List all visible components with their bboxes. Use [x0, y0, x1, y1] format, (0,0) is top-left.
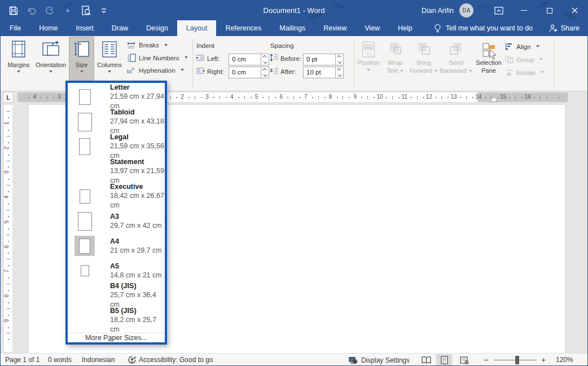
paper-size-icon	[74, 189, 95, 204]
tab-home[interactable]: Home	[30, 20, 67, 36]
zoom-slider[interactable]	[494, 360, 537, 360]
tab-stop-selector[interactable]: L	[3, 92, 14, 103]
tell-me-box[interactable]: Tell me what you want to do	[434, 20, 533, 36]
margins-button[interactable]: Margins	[5, 37, 32, 89]
ribbon-tab-row: FileHomeInsertDrawDesignLayoutReferences…	[1, 20, 587, 36]
breaks-icon	[127, 41, 136, 49]
spacing-after-spinner[interactable]	[335, 67, 343, 78]
tab-layout[interactable]: Layout	[177, 20, 217, 36]
size-option-statement[interactable]: Statement13,97 cm x 21,59 cm	[68, 159, 165, 184]
ruler-number: 14	[475, 94, 481, 100]
spacing-before-field[interactable]: 0 pt	[303, 54, 344, 65]
size-option-executive[interactable]: Executive18,42 cm x 26,67 cm	[68, 184, 165, 209]
tab-draw[interactable]: Draw	[103, 20, 137, 36]
title-bar: Document1 - Word Dian Arifin DA	[1, 1, 587, 20]
page-indicator[interactable]: Page 1 of 1	[5, 356, 40, 364]
close-button[interactable]	[562, 1, 587, 20]
tab-review[interactable]: Review	[314, 20, 356, 36]
maximize-button[interactable]	[537, 1, 562, 20]
paper-size-icon	[74, 212, 95, 231]
paper-size-dimensions: 18,42 cm x 26,67 cm	[110, 191, 165, 210]
vertical-ruler[interactable]: 123456789	[4, 105, 12, 352]
tab-view[interactable]: View	[356, 20, 389, 36]
ribbon-display-options-icon[interactable]	[486, 1, 511, 20]
indent-left-spinner[interactable]	[261, 54, 269, 65]
zoom-out-button[interactable]: −	[484, 355, 488, 364]
share-person-icon	[549, 24, 558, 32]
save-icon[interactable]	[8, 6, 19, 16]
indent-right-field[interactable]: 0 cm	[229, 67, 269, 78]
user-name[interactable]: Dian Arifin	[422, 7, 454, 15]
ruler-number: 1	[4, 122, 10, 125]
ruler-number: 11	[401, 94, 407, 100]
send-backward-icon	[449, 42, 463, 59]
margins-icon	[10, 41, 27, 59]
align-button[interactable]: Align	[505, 43, 539, 50]
size-option-a4[interactable]: A421 cm x 29,7 cm	[68, 233, 165, 258]
size-option-b5-jis[interactable]: B5 (JIS)18,2 cm x 25,7 cm	[68, 308, 165, 333]
size-option-letter[interactable]: Letter21,59 cm x 27,94 cm	[68, 85, 165, 109]
share-button[interactable]: Share	[549, 20, 580, 36]
zoom-in-button[interactable]: +	[541, 355, 546, 364]
align-icon	[505, 43, 514, 50]
ruler-number: 5	[255, 94, 258, 100]
zoom-slider-thumb[interactable]	[515, 356, 519, 364]
paper-size-dimensions: 14,8 cm x 21 cm	[110, 271, 162, 280]
orientation-icon	[41, 41, 61, 59]
ruler-number: 6	[279, 94, 283, 100]
size-option-legal[interactable]: Legal21,59 cm x 35,56 cm	[68, 134, 165, 159]
paper-size-name: A3	[110, 212, 162, 221]
tab-references[interactable]: References	[216, 20, 270, 36]
rotate-icon	[505, 69, 514, 76]
paper-size-icon	[74, 236, 95, 256]
mouse-cursor	[489, 49, 497, 60]
size-option-a5[interactable]: A514,8 cm x 21 cm	[68, 258, 165, 283]
customize-qat-icon[interactable]	[99, 6, 109, 16]
ruler-number: 13	[451, 94, 457, 100]
ruler-number: 16	[525, 94, 531, 100]
spacing-after-icon	[270, 67, 279, 74]
ruler-number: 8	[329, 94, 332, 100]
spacing-after-field[interactable]: 10 pt	[303, 67, 344, 78]
tab-insert[interactable]: Insert	[67, 20, 103, 36]
hyphenation-button[interactable]: bca- Hyphenation	[127, 66, 184, 74]
orientation-button[interactable]: Orientation	[34, 37, 67, 89]
size-option-tabloid[interactable]: Tabloid27,94 cm x 43,18 cm	[68, 109, 165, 134]
tab-design[interactable]: Design	[137, 20, 177, 36]
breaks-button[interactable]: Breaks	[127, 41, 168, 49]
ruler-number: 7	[4, 270, 10, 273]
read-mode-button[interactable]	[418, 354, 434, 366]
minimize-button[interactable]	[511, 1, 537, 20]
line-numbers-button[interactable]: 123 Line Numbers	[127, 54, 188, 62]
ruler-number: 4	[33, 94, 36, 100]
bring-forward-icon	[416, 42, 431, 59]
tab-file[interactable]: File	[1, 20, 30, 36]
svg-text:3: 3	[128, 59, 129, 62]
size-option-a3[interactable]: A329,7 cm x 42 cm	[68, 209, 165, 233]
web-layout-button[interactable]	[457, 354, 472, 366]
more-paper-sizes-item[interactable]: More Paper Sizes...	[68, 333, 165, 342]
indent-right-field-label: Right:	[207, 68, 224, 75]
word-count[interactable]: 0 words	[48, 356, 72, 364]
paper-size-name: Letter	[110, 83, 165, 92]
ruler-number: 7	[304, 94, 308, 100]
indent-left-field[interactable]: 0 cm	[229, 54, 269, 65]
tab-mailings[interactable]: Mailings	[270, 20, 314, 36]
display-settings-button[interactable]: Display Settings	[348, 356, 410, 364]
size-option-b4-jis[interactable]: B4 (JIS)25,7 cm x 36,4 cm	[68, 283, 165, 308]
language-indicator[interactable]: Indonesian	[82, 356, 115, 364]
indent-right-spinner[interactable]	[261, 67, 269, 78]
user-avatar[interactable]: DA	[459, 3, 473, 17]
wrap-text-button: WrapText	[382, 37, 408, 89]
quick-access-toolbar	[8, 1, 109, 20]
print-preview-icon[interactable]	[81, 6, 91, 16]
accessibility-status[interactable]: Accessibility: Good to go	[128, 356, 213, 364]
zoom-level[interactable]: 120%	[556, 356, 573, 364]
tab-help[interactable]: Help	[389, 20, 422, 36]
selection-pane-button[interactable]: SelectionPane	[473, 37, 504, 89]
indent-right-icon	[196, 68, 205, 74]
right-indent-marker[interactable]	[490, 98, 497, 102]
web-layout-icon	[460, 356, 469, 364]
print-layout-button[interactable]	[436, 354, 452, 366]
spacing-before-spinner[interactable]	[335, 54, 343, 65]
